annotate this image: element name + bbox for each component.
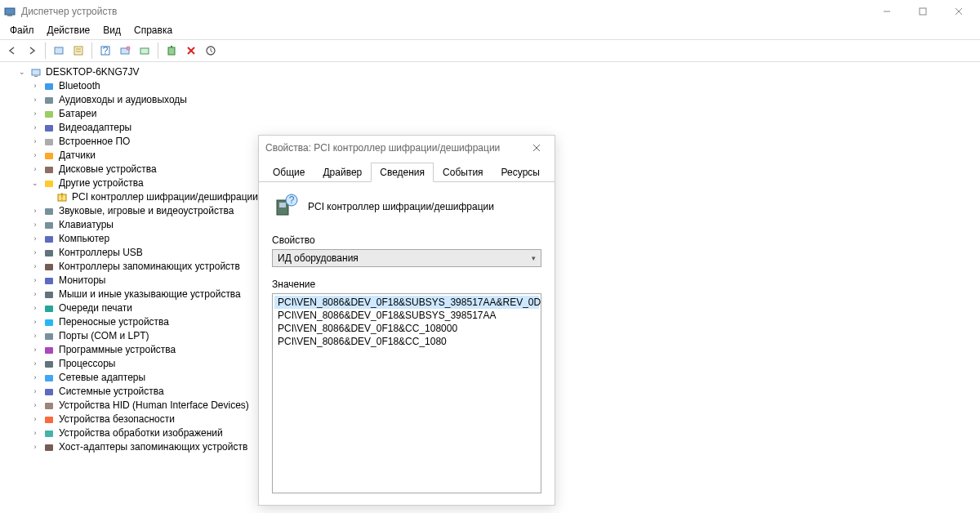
battery-icon bbox=[42, 108, 56, 121]
tree-category[interactable]: › Аудиовходы и аудиовыходы bbox=[5, 93, 980, 107]
help-icon[interactable]: ? bbox=[96, 42, 114, 60]
svg-rect-7 bbox=[74, 47, 82, 55]
collapse-icon[interactable]: ⌄ bbox=[18, 65, 26, 79]
expand-icon[interactable]: › bbox=[31, 93, 39, 107]
tree-category[interactable]: › Видеоадаптеры bbox=[5, 121, 980, 135]
expand-icon[interactable]: › bbox=[31, 163, 39, 176]
app-icon bbox=[3, 5, 16, 18]
expand-icon[interactable]: › bbox=[31, 440, 39, 454]
svg-rect-32 bbox=[45, 222, 53, 229]
expand-icon[interactable]: › bbox=[31, 288, 39, 301]
menu-file[interactable]: Файл bbox=[3, 23, 41, 39]
tab-details[interactable]: Сведения bbox=[371, 163, 434, 182]
expand-icon[interactable]: › bbox=[31, 315, 39, 329]
bluetooth-icon bbox=[42, 80, 56, 93]
tree-category-label: Устройства HID (Human Interface Devices) bbox=[59, 399, 249, 413]
expand-icon[interactable]: › bbox=[31, 232, 39, 246]
property-selected: ИД оборудования bbox=[278, 252, 359, 264]
warning-device-icon: ! bbox=[56, 191, 69, 204]
svg-rect-20 bbox=[34, 76, 38, 77]
list-item[interactable]: PCI\VEN_8086&DEV_0F18&CC_108000 bbox=[274, 322, 539, 335]
tree-category-label: Дисковые устройства bbox=[59, 163, 157, 176]
expand-icon[interactable]: › bbox=[31, 218, 39, 232]
expand-icon[interactable]: › bbox=[31, 329, 39, 343]
close-button[interactable] bbox=[941, 0, 977, 23]
value-listbox[interactable]: PCI\VEN_8086&DEV_0F18&SUBSYS_398517AA&RE… bbox=[272, 293, 541, 493]
menu-view[interactable]: Вид bbox=[96, 23, 127, 39]
tree-category-label: Мониторы bbox=[59, 274, 105, 288]
expand-icon[interactable]: › bbox=[31, 426, 39, 440]
tree-category-label: Видеоадаптеры bbox=[59, 121, 131, 135]
svg-rect-48 bbox=[45, 444, 53, 451]
tree-root[interactable]: ⌄ DESKTOP-6KNG7JV bbox=[5, 65, 980, 79]
tab-driver[interactable]: Драйвер bbox=[314, 163, 371, 182]
tree-category-label: Устройства безопасности bbox=[59, 413, 175, 426]
disk-icon bbox=[42, 163, 56, 176]
svg-rect-28 bbox=[45, 181, 53, 187]
expand-icon[interactable]: › bbox=[31, 357, 39, 371]
monitor-icon bbox=[42, 274, 56, 288]
disable-icon[interactable] bbox=[182, 42, 200, 60]
expand-icon[interactable]: › bbox=[31, 371, 39, 385]
expand-icon[interactable]: › bbox=[31, 260, 39, 274]
tree-category-label: Порты (COM и LPT) bbox=[59, 329, 149, 343]
storage-icon bbox=[42, 261, 56, 274]
list-item[interactable]: PCI\VEN_8086&DEV_0F18&SUBSYS_398517AA&RE… bbox=[274, 296, 539, 309]
expand-icon[interactable]: › bbox=[31, 135, 39, 149]
expand-icon[interactable]: › bbox=[31, 385, 39, 399]
expand-icon[interactable]: › bbox=[31, 204, 39, 218]
expand-icon[interactable]: › bbox=[31, 274, 39, 288]
svg-rect-0 bbox=[5, 8, 15, 15]
dialog-device-name: PCI контроллер шифрации/дешифрации bbox=[308, 201, 494, 212]
menu-action[interactable]: Действие bbox=[41, 23, 97, 39]
property-combobox[interactable]: ИД оборудования ▾ bbox=[272, 249, 541, 267]
list-item[interactable]: PCI\VEN_8086&DEV_0F18&SUBSYS_398517AA bbox=[274, 309, 539, 322]
expand-icon[interactable]: › bbox=[31, 413, 39, 426]
usb-icon bbox=[42, 247, 56, 260]
tab-resources[interactable]: Ресурсы bbox=[492, 163, 549, 182]
imaging-icon bbox=[42, 427, 56, 440]
expand-icon[interactable]: › bbox=[31, 301, 39, 315]
properties-dialog: Свойства: PCI контроллер шифрации/дешифр… bbox=[258, 135, 555, 506]
svg-rect-34 bbox=[45, 250, 53, 256]
tree-category-label: Переносные устройства bbox=[59, 315, 169, 329]
tree-category-label: Контроллеры USB bbox=[59, 246, 143, 260]
tree-category[interactable]: › Батареи bbox=[5, 107, 980, 121]
expand-icon[interactable]: › bbox=[31, 79, 39, 93]
tab-events[interactable]: События bbox=[434, 163, 492, 182]
maximize-button[interactable] bbox=[905, 0, 941, 23]
dialog-title: Свойства: PCI контроллер шифрации/дешифр… bbox=[265, 142, 525, 154]
back-button[interactable] bbox=[3, 42, 21, 60]
toolbar: ? bbox=[0, 39, 980, 62]
port-icon bbox=[42, 330, 56, 343]
svg-rect-40 bbox=[45, 333, 53, 340]
menu-help[interactable]: Справка bbox=[127, 23, 179, 39]
expand-icon[interactable]: › bbox=[31, 121, 39, 135]
forward-button[interactable] bbox=[23, 42, 41, 60]
scan-icon[interactable] bbox=[116, 42, 134, 60]
expand-icon[interactable]: › bbox=[31, 149, 39, 163]
cpu-icon bbox=[42, 358, 56, 371]
update-driver-icon[interactable] bbox=[136, 42, 154, 60]
minimize-button[interactable] bbox=[869, 0, 905, 23]
security-icon bbox=[42, 413, 56, 426]
list-item[interactable]: PCI\VEN_8086&DEV_0F18&CC_1080 bbox=[274, 335, 539, 348]
tree-category-label: Компьютер bbox=[59, 232, 109, 246]
svg-rect-39 bbox=[45, 319, 53, 326]
uninstall-icon[interactable] bbox=[163, 42, 180, 60]
expand-icon[interactable]: › bbox=[31, 246, 39, 260]
dialog-titlebar[interactable]: Свойства: PCI контроллер шифрации/дешифр… bbox=[259, 136, 555, 160]
properties-icon[interactable] bbox=[69, 42, 87, 60]
tab-general[interactable]: Общие bbox=[264, 163, 314, 182]
sensor-icon bbox=[42, 149, 56, 163]
show-hidden-icon[interactable] bbox=[50, 42, 68, 60]
svg-rect-14 bbox=[140, 48, 149, 54]
dialog-close-button[interactable] bbox=[525, 138, 548, 158]
svg-rect-38 bbox=[45, 306, 53, 312]
expand-icon[interactable]: › bbox=[31, 343, 39, 357]
expand-icon[interactable]: › bbox=[31, 399, 39, 413]
expand-icon[interactable]: ⌄ bbox=[31, 176, 39, 190]
tree-category[interactable]: › Bluetooth bbox=[5, 79, 980, 93]
enable-icon[interactable] bbox=[202, 42, 220, 60]
expand-icon[interactable]: › bbox=[31, 107, 39, 121]
